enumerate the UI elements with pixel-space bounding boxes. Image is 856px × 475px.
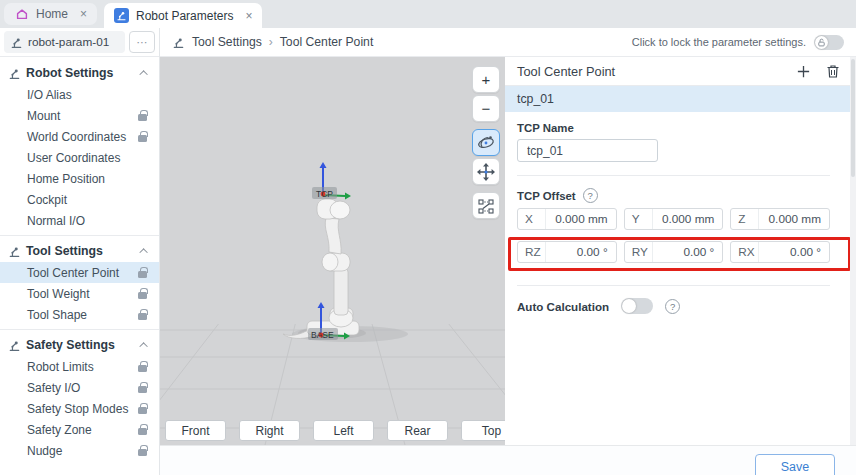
divider xyxy=(0,235,159,236)
tcp-label: TCP xyxy=(316,189,333,199)
delete-tcp-button[interactable] xyxy=(824,62,842,80)
chevron-up-icon xyxy=(139,342,147,350)
offset-rx-field[interactable]: RX 0.00 ° xyxy=(730,241,830,263)
view-rear-button[interactable]: Rear xyxy=(387,420,448,441)
close-icon[interactable]: × xyxy=(80,8,87,20)
lock-icon xyxy=(138,365,147,372)
offset-y-field[interactable]: Y 0.000 mm xyxy=(624,208,724,230)
lock-icon xyxy=(138,386,147,393)
tcp-offset-rotation-row: RZ 0.00 ° RY 0.00 ° RX 0.00 ° xyxy=(517,241,830,263)
home-icon xyxy=(14,7,29,22)
add-tcp-button[interactable] xyxy=(794,62,812,80)
measure-button[interactable] xyxy=(472,192,500,219)
viewport-controls: + − xyxy=(472,66,500,219)
param-set-name[interactable]: robot-param-01 xyxy=(4,31,125,53)
breadcrumb: Tool Settings › Tool Center Point xyxy=(172,35,373,49)
divider xyxy=(517,175,830,176)
lock-icon xyxy=(138,449,147,456)
lock-icon xyxy=(138,114,147,121)
orbit-rotate-button[interactable] xyxy=(472,129,500,156)
section-safety-settings[interactable]: Safety Settings xyxy=(0,334,159,356)
chevron-up-icon xyxy=(139,248,147,256)
panel-scrollbar[interactable] xyxy=(850,57,856,445)
param-set-row: robot-param-01 ⋯ xyxy=(0,28,159,57)
tcp-frame-marker: TCP xyxy=(312,162,351,199)
sidebar-item-mount[interactable]: Mount xyxy=(0,105,159,126)
sidebar-item-safety-io[interactable]: Safety I/O xyxy=(0,377,159,398)
sidebar: robot-param-01 ⋯ Robot Settings I/O Alia… xyxy=(0,28,160,475)
save-button[interactable]: Save xyxy=(755,454,835,475)
tab-home[interactable]: Home × xyxy=(4,3,97,25)
sidebar-nav: Robot Settings I/O Alias Mount World Coo… xyxy=(0,57,159,461)
sidebar-item-robot-limits[interactable]: Robot Limits xyxy=(0,356,159,377)
sidebar-item-tool-weight[interactable]: Tool Weight xyxy=(0,283,159,304)
sidebar-item-normal-io[interactable]: Normal I/O xyxy=(0,210,159,231)
divider xyxy=(517,285,830,286)
zoom-in-button[interactable]: + xyxy=(472,66,500,93)
more-options-button[interactable]: ⋯ xyxy=(129,31,155,53)
view-buttons: Front Right Left Rear Top xyxy=(165,420,505,441)
parameter-lock-toggle[interactable] xyxy=(814,35,844,50)
base-label: BASE xyxy=(311,330,334,340)
sidebar-item-tool-shape[interactable]: Tool Shape xyxy=(0,304,159,325)
help-icon[interactable]: ? xyxy=(665,299,680,314)
tab-home-label: Home xyxy=(36,7,68,21)
sidebar-item-home-position[interactable]: Home Position xyxy=(0,168,159,189)
tcp-name-label: TCP Name xyxy=(517,122,830,134)
tab-bar: Home × Robot Parameters × xyxy=(0,0,856,28)
auto-calculation-label: Auto Calculation xyxy=(517,300,609,313)
tab-robot-parameters-label: Robot Parameters xyxy=(136,9,233,23)
lock-icon xyxy=(138,271,147,278)
tcp-settings-panel: Tool Center Point tcp_01 TCP xyxy=(505,57,856,445)
sidebar-item-world-coordinates[interactable]: World Coordinates xyxy=(0,126,159,147)
tab-robot-parameters[interactable]: Robot Parameters × xyxy=(104,3,262,28)
auto-calculation-toggle[interactable] xyxy=(621,298,653,314)
offset-rz-field[interactable]: RZ 0.00 ° xyxy=(517,241,617,263)
toolbar: Tool Settings › Tool Center Point Click … xyxy=(160,28,856,57)
sidebar-item-safety-zone[interactable]: Safety Zone xyxy=(0,419,159,440)
robot-icon xyxy=(8,245,21,258)
lock-icon xyxy=(138,407,147,414)
unlock-icon xyxy=(815,36,828,49)
plus-icon xyxy=(796,64,811,79)
trash-icon xyxy=(826,64,840,79)
measure-icon xyxy=(476,196,496,216)
lock-icon xyxy=(138,135,147,142)
robot-icon xyxy=(10,36,23,49)
zoom-out-button[interactable]: − xyxy=(472,95,500,122)
section-tool-settings[interactable]: Tool Settings xyxy=(0,240,159,262)
divider xyxy=(0,329,159,330)
panel-title: Tool Center Point xyxy=(517,64,615,79)
tcp-offset-label: TCP Offset xyxy=(517,190,576,202)
view-right-button[interactable]: Right xyxy=(239,420,300,441)
breadcrumb-separator: › xyxy=(269,35,273,49)
robot-parameters-icon xyxy=(114,8,129,23)
sidebar-item-user-coordinates[interactable]: User Coordinates xyxy=(0,147,159,168)
tcp-name-input[interactable] xyxy=(517,139,658,162)
lock-hint-text: Click to lock the parameter settings. xyxy=(632,36,806,48)
sidebar-item-nudge[interactable]: Nudge xyxy=(0,440,159,461)
help-icon[interactable]: ? xyxy=(583,188,598,203)
section-robot-settings[interactable]: Robot Settings xyxy=(0,62,159,84)
breadcrumb-parent[interactable]: Tool Settings xyxy=(192,35,262,49)
3d-viewport[interactable]: BASE TCP + − xyxy=(160,57,505,445)
view-left-button[interactable]: Left xyxy=(313,420,374,441)
pan-button[interactable] xyxy=(472,158,500,185)
view-front-button[interactable]: Front xyxy=(165,420,226,441)
offset-z-field[interactable]: Z 0.000 mm xyxy=(730,208,830,230)
breadcrumb-current: Tool Center Point xyxy=(280,35,374,49)
lock-icon xyxy=(138,313,147,320)
tcp-list-item-selected[interactable]: tcp_01 xyxy=(505,86,856,112)
sidebar-item-io-alias[interactable]: I/O Alias xyxy=(0,84,159,105)
close-icon[interactable]: × xyxy=(245,10,252,22)
view-top-button[interactable]: Top xyxy=(461,420,505,441)
footer: Save xyxy=(160,445,856,475)
sidebar-item-tool-center-point[interactable]: Tool Center Point xyxy=(0,262,159,283)
offset-x-field[interactable]: X 0.000 mm xyxy=(517,208,617,230)
robot-icon xyxy=(172,36,185,49)
pan-icon xyxy=(476,162,496,182)
sidebar-item-safety-stop-modes[interactable]: Safety Stop Modes xyxy=(0,398,159,419)
offset-ry-field[interactable]: RY 0.00 ° xyxy=(624,241,724,263)
sidebar-item-cockpit[interactable]: Cockpit xyxy=(0,189,159,210)
tcp-offset-xyz-row: X 0.000 mm Y 0.000 mm Z 0.000 mm xyxy=(517,208,830,230)
